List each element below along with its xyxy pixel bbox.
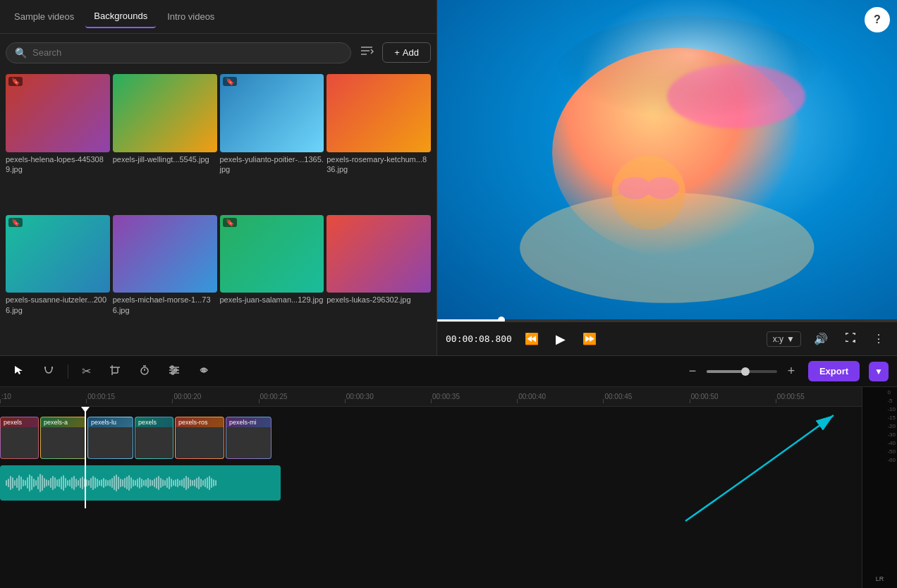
timeline-clip[interactable]: pexels-lu [87,417,133,459]
svg-rect-11 [112,367,118,373]
cut-tool-button[interactable]: ✂ [77,361,96,381]
clip-thumbnail [1,427,38,458]
play-button[interactable]: ▶ [551,329,570,350]
ruler-time: 00:00:40 [518,393,546,400]
media-thumb: 🔖 [6,215,110,293]
ruler-time: 00:00:25 [260,393,288,400]
zoom-slider[interactable] [707,370,777,373]
preview-progress-bar[interactable] [437,319,897,321]
svg-marker-8 [15,366,23,374]
timeline-clip[interactable]: pexels [135,417,173,459]
timer-tool-button[interactable] [134,361,155,382]
media-item[interactable]: 🔖 pexels-yulianto-poitier-...1365.jpg [220,74,324,212]
tab-backgrounds[interactable]: Backgrounds [85,5,156,28]
media-label: pexels-lukas-296302.jpg [327,295,431,305]
waveform-bar [128,475,130,491]
media-item[interactable]: 🔖 pexels-helena-lopes-4453089.jpg [6,74,110,212]
media-item[interactable]: pexels-michael-morse-1...736.jpg [113,215,217,353]
audio-waveform[interactable] [0,465,281,501]
timeline-tracks: pexels pexels-a pexels-lu pexels pexels-… [0,407,862,508]
adjust-tool-button[interactable] [164,361,185,382]
waveform-bar [25,480,26,486]
aspect-ratio-dropdown[interactable]: x:y ▼ [767,331,801,347]
waveform-bar [190,479,191,486]
clip-label: pexels-ros [176,417,224,427]
waveform-bar [92,476,94,490]
zoom-out-button[interactable]: − [684,363,701,380]
search-input[interactable] [32,47,342,58]
magnet-tool-button[interactable] [38,361,59,382]
waveform-bar [202,480,204,486]
media-label: pexels-susanne-iutzeler...2006.jpg [6,295,110,315]
waveform-bar [120,479,121,487]
zoom-in-button[interactable]: + [783,363,800,380]
waveform-bar [48,480,49,486]
timeline-clip[interactable]: pexels [0,417,39,459]
timeline-clip[interactable]: pexels-a [40,417,86,459]
ruler-mark: 00:00:45 [603,387,689,403]
help-button[interactable]: ? [865,7,890,32]
more-options-button[interactable]: ⋮ [869,329,889,348]
bookmark-icon: 🔖 [223,218,237,227]
waveform-bar [211,478,212,488]
media-item[interactable]: 🔖 pexels-susanne-iutzeler...2006.jpg [6,215,110,353]
media-label: pexels-michael-morse-1...736.jpg [113,295,217,315]
ruler-tick [172,399,173,403]
waveform-bar [101,479,102,486]
media-item[interactable]: pexels-lukas-296302.jpg [327,215,431,353]
tab-intro-videos[interactable]: Intro videos [159,6,223,27]
export-button[interactable]: Export [808,361,860,381]
clip-thumbnail [88,427,133,458]
waveform-bar [145,479,147,486]
waveform-bar [103,478,104,488]
waveform-bar [27,477,28,489]
timeline-playhead[interactable] [85,407,86,508]
add-button[interactable]: + Add [382,42,431,63]
waveform-bar [16,478,18,488]
sort-button[interactable] [357,41,377,64]
media-item[interactable]: 🔖 pexels-juan-salaman...129.jpg [220,215,324,353]
waveform-bar [61,477,62,489]
ruler-marks: :10 00:00:15 00:00:20 00:00:25 00:00:30 … [0,387,862,403]
clip-label: pexels [1,417,38,427]
waveform-bar [122,479,123,486]
crop-tool-button[interactable] [104,361,126,382]
waveform-bar [114,476,115,490]
animation-tool-button[interactable] [193,361,214,382]
waveform-bar [97,479,98,487]
timeline-clip[interactable]: pexels-ros [175,417,224,459]
rewind-button[interactable]: ⏪ [520,329,543,348]
vu-meter: LR0-5-10-15-20-30-40-50-60 [862,387,897,588]
tab-sample-videos[interactable]: Sample videos [6,6,83,27]
waveform-bar [46,479,47,486]
search-bar: 🔍 + Add [0,34,437,71]
bookmark-icon: 🔖 [8,218,23,227]
waveform-bar [164,480,166,486]
fast-forward-button[interactable]: ⏩ [578,329,601,348]
waveform-bar [185,476,187,490]
waveform-bar [160,478,161,488]
waveform-bar [198,477,200,489]
media-label: pexels-yulianto-poitier-...1365.jpg [220,154,324,175]
waveform-bar [156,477,157,489]
timeline-clip[interactable]: pexels-mi [226,417,271,459]
media-item[interactable]: pexels-jill-wellingt...5545.jpg [113,74,217,212]
waveform-bar [29,474,30,491]
waveform-bar [33,479,35,487]
volume-button[interactable]: 🔊 [810,329,832,348]
timecode: 00:00:08.800 [446,333,512,344]
export-dropdown-button[interactable]: ▼ [869,362,889,381]
select-tool-button[interactable] [8,361,30,382]
toolbar-separator [68,365,68,379]
fullscreen-button[interactable] [841,329,860,349]
plus-icon: + [394,47,400,58]
left-panel: Sample videos Backgrounds Intro videos 🔍… [0,0,437,355]
svg-point-25 [202,369,205,372]
vu-scale-label: -30 [887,432,896,438]
waveform-bar [50,478,51,488]
media-thumb [327,215,431,293]
waveform-bar [20,477,22,489]
media-item[interactable]: pexels-rosemary-ketchum...836.jpg [327,74,431,212]
waveform-bar [154,479,155,487]
ruler-time: :10 [1,393,11,400]
